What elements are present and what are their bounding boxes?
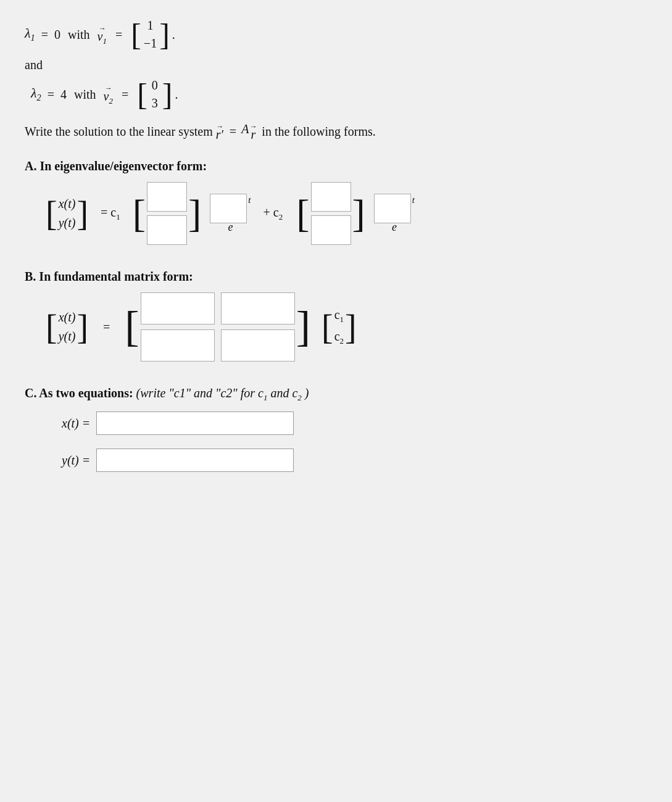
equals-sign-v2: = — [122, 88, 128, 102]
xy-vector-b: [ x(t) y(t) ] — [46, 310, 88, 344]
vec-v2: → v2 — [104, 85, 113, 105]
equals-sign-v1: = — [115, 28, 122, 42]
equals-sign-1: = — [41, 28, 48, 42]
a-input-1-top[interactable] — [147, 182, 187, 212]
and-text: and — [25, 58, 647, 72]
b-equals: = — [103, 320, 110, 334]
lambda1-symbol: λ1 — [25, 25, 35, 43]
eigvec1-matrix[interactable]: [ ] — [133, 182, 202, 245]
section-b-header: B. In fundamental matrix form: — [25, 270, 647, 284]
problem-text: Write the solution to the linear system — [25, 125, 216, 139]
a-input-2-top[interactable] — [311, 182, 351, 212]
lambda2-symbol: λ2 — [31, 85, 41, 103]
yt-input[interactable] — [96, 449, 294, 472]
a-exp2-input[interactable] — [374, 194, 411, 223]
b-input-11[interactable] — [141, 292, 215, 325]
xt-label: x(t) = — [62, 416, 90, 431]
b-input-12[interactable] — [221, 292, 295, 325]
Ar-vec: A → r — [241, 123, 257, 141]
v2-matrix: [ 0 3 ] — [137, 78, 172, 110]
xt-input[interactable] — [96, 411, 294, 435]
plus-c2: + c2 — [263, 205, 283, 222]
yt-label: y(t) = — [62, 453, 90, 468]
exp2-wrap: t e — [374, 194, 415, 234]
period-1: . — [172, 28, 175, 42]
a-exp1-input[interactable] — [210, 194, 247, 223]
lambda1-value: 0 — [54, 28, 60, 42]
vec-v1: → v1 — [97, 25, 107, 45]
with-text-2: with — [74, 88, 96, 102]
system-equals: = — [230, 125, 236, 139]
b-input-21[interactable] — [141, 329, 215, 362]
with-text-1: with — [68, 28, 90, 42]
period-2: . — [175, 88, 178, 102]
r-prime-vec: → r′ — [216, 123, 223, 141]
system-suffix: in the following forms. — [262, 125, 375, 139]
b-input-22[interactable] — [221, 329, 295, 362]
a-input-2-bottom[interactable] — [311, 215, 351, 245]
xy-vector-a: [ x(t) y(t) ] — [46, 196, 88, 231]
lambda2-value: 4 — [60, 88, 67, 102]
equals-c1: = c1 — [101, 205, 120, 222]
equals-sign-2: = — [48, 88, 54, 102]
fundamental-matrix[interactable]: [ ] — [125, 292, 310, 362]
section-c-header: C. As two equations: (write "c1" and "c2… — [25, 386, 647, 403]
section-a-header: A. In eigenvalue/eigenvector form: — [25, 159, 647, 173]
v1-matrix: [ 1 −1 ] — [131, 19, 170, 51]
a-input-1-bottom[interactable] — [147, 215, 187, 245]
exp1-wrap: t e — [210, 194, 251, 234]
eigvec2-matrix[interactable]: [ ] — [296, 182, 365, 245]
c-vector-b: [ c1 c2 ] — [321, 308, 357, 346]
